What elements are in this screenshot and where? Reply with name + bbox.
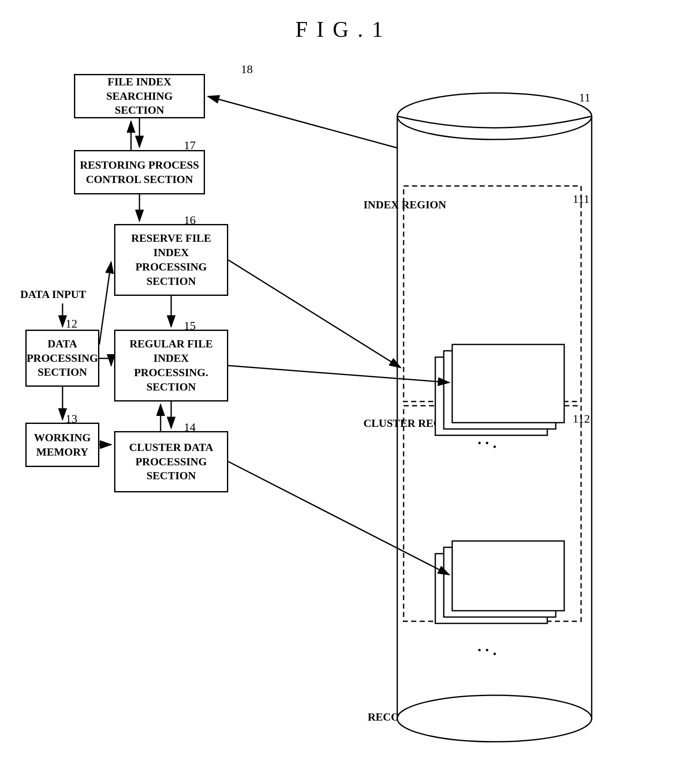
label-data-input: DATA INPUT bbox=[20, 287, 86, 302]
ref-111: 111 bbox=[573, 192, 590, 206]
svg-line-30 bbox=[228, 462, 449, 575]
box-data-processing: DATAPROCESSINGSECTION bbox=[25, 330, 99, 387]
diagram-container: F I G . 1 18 FILE INDEX SEARCHINGSECTION… bbox=[0, 0, 680, 784]
svg-line-31 bbox=[208, 96, 397, 148]
svg-line-29 bbox=[228, 366, 449, 382]
ref-12: 12 bbox=[66, 317, 77, 331]
label-cluster-region: CLUSTER REGION bbox=[363, 416, 463, 431]
box-cluster-data-processing: CLUSTER DATAPROCESSINGSECTION bbox=[114, 431, 228, 492]
svg-text:· · .: · · . bbox=[478, 642, 497, 658]
ref-18: 18 bbox=[241, 63, 253, 76]
page-title: F I G . 1 bbox=[295, 17, 385, 42]
svg-text:· · .: · · . bbox=[478, 434, 497, 451]
box-working-memory: WORKINGMEMORY bbox=[25, 423, 99, 467]
box-reserve-file-index: RESERVE FILEINDEXPROCESSINGSECTION bbox=[114, 224, 228, 296]
box-file-index-searching: FILE INDEX SEARCHINGSECTION bbox=[74, 74, 205, 118]
svg-line-24 bbox=[99, 262, 111, 344]
label-index-region: INDEX REGION bbox=[363, 198, 446, 212]
box-regular-file-index: REGULAR FILEINDEXPROCESSING.SECTION bbox=[114, 330, 228, 402]
svg-point-2 bbox=[397, 93, 592, 139]
label-recording-medium: RECORDING MEDIUM bbox=[368, 710, 487, 724]
svg-line-28 bbox=[228, 260, 401, 368]
box-restoring-process: RESTORING PROCESSCONTROL SECTION bbox=[74, 150, 205, 194]
ref-112: 112 bbox=[573, 412, 590, 426]
svg-rect-11 bbox=[435, 554, 547, 623]
ref-11: 11 bbox=[579, 91, 590, 104]
svg-rect-6 bbox=[404, 186, 581, 402]
label-file-index: FILE INDEX . bbox=[446, 370, 521, 385]
svg-rect-7 bbox=[404, 406, 581, 621]
label-cluster-data: CLUSTER DATA bbox=[448, 571, 538, 586]
